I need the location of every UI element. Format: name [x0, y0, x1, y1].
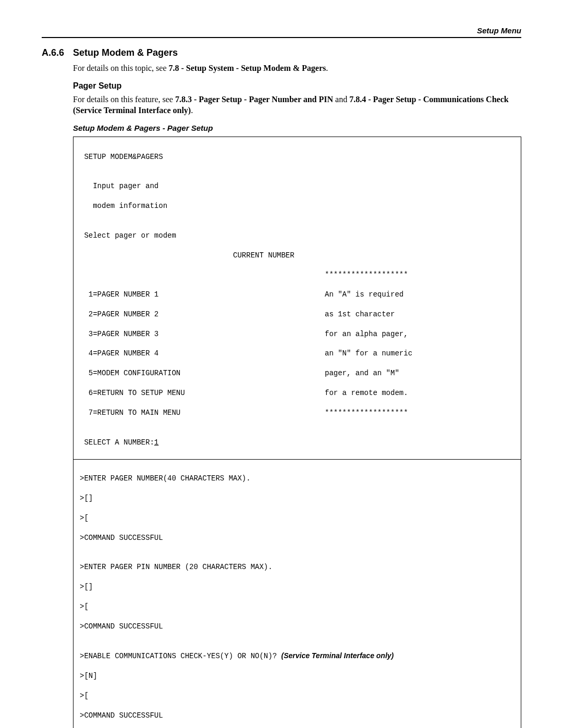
term-menu-row-5: 5=MODEM CONFIGURATIONpager, and an "M" — [80, 368, 515, 378]
term-menu-row-6: 6=RETURN TO SETUP MENUfor a remote modem… — [80, 388, 515, 398]
term-l7: >[ — [80, 602, 515, 612]
term-input2: modem information — [80, 201, 515, 211]
page: Setup Menu A.6.6 Setup Modem & Pagers Fo… — [0, 0, 563, 728]
term-current-number: CURRENT NUMBER — [80, 251, 515, 261]
term-l4: >COMMAND SUCCESSFUL — [80, 533, 515, 543]
term-note-1: An "A" is required — [325, 290, 515, 300]
term-menu-row-3: 3=PAGER NUMBER 3for an alpha pager, — [80, 329, 515, 339]
body: For details on this topic, see 7.8 - Set… — [73, 63, 521, 728]
term-select-prompt: SELECT A NUMBER: — [80, 438, 154, 447]
figure-caption: Setup Modem & Pagers - Pager Setup — [73, 124, 521, 132]
term-menu-4: 4=PAGER NUMBER 4 — [80, 349, 325, 359]
terminal-screen: SETUP MODEM&PAGERS Input pager and modem… — [73, 137, 521, 728]
header-rule — [42, 37, 521, 38]
term-l9-row: >ENABLE COMMUNICATIONS CHECK-YES(Y) OR N… — [80, 651, 515, 661]
term-l9a: >ENABLE COMMUNICATIONS CHECK-YES(Y) OR N… — [80, 652, 281, 660]
term-l10: >[N] — [80, 671, 515, 681]
term-l12: >COMMAND SUCCESSFUL — [80, 711, 515, 721]
term-menu-3: 3=PAGER NUMBER 3 — [80, 329, 325, 339]
term-menu-row-4: 4=PAGER NUMBER 4an "N" for a numeric — [80, 349, 515, 359]
term-select-prompt-row: SELECT A NUMBER:1 — [80, 438, 515, 448]
term-note-6: for a remote modem. — [325, 388, 515, 398]
term-note-3: for an alpha pager, — [325, 329, 515, 339]
term-input1: Input pager and — [80, 181, 515, 191]
term-menu-5: 5=MODEM CONFIGURATION — [80, 368, 325, 378]
section-para-1: For details on this topic, see 7.8 - Set… — [73, 63, 521, 74]
term-menu-row-1: 1=PAGER NUMBER 1An "A" is required — [80, 290, 515, 300]
subsection-para: For details on this feature, see 7.8.3 -… — [73, 94, 521, 116]
term-menu-6: 6=RETURN TO SETUP MENU — [80, 388, 325, 398]
para1-suffix: . — [326, 64, 328, 72]
sub-p-mid: and — [333, 95, 349, 104]
term-title: SETUP MODEM&PAGERS — [80, 152, 515, 162]
sub-p-ref1: 7.8.3 - Pager Setup - Pager Number and P… — [175, 95, 333, 104]
term-stars-top: ******************* — [325, 270, 515, 280]
running-header: Setup Menu — [42, 26, 521, 35]
term-select-line: Select pager or modem — [80, 231, 515, 241]
term-note-4: an "N" for a numeric — [325, 349, 515, 359]
term-l1: >ENTER PAGER NUMBER(40 CHARACTERS MAX). — [80, 474, 515, 484]
para1-ref: 7.8 - Setup System - Setup Modem & Pager… — [169, 64, 326, 72]
term-l2: >[] — [80, 493, 515, 503]
term-menu-2: 2=PAGER NUMBER 2 — [80, 310, 325, 319]
term-menu-1: 1=PAGER NUMBER 1 — [80, 290, 325, 300]
para1-prefix: For details on this topic, see — [73, 64, 169, 72]
section-heading-row: A.6.6 Setup Modem & Pagers — [42, 47, 521, 58]
term-menu-row-0: ******************* — [80, 270, 515, 280]
term-l5: >ENTER PAGER PIN NUMBER (20 CHARACTERS M… — [80, 562, 515, 572]
subsection-title: Pager Setup — [73, 81, 521, 91]
term-l8: >COMMAND SUCCESSFUL — [80, 622, 515, 632]
term-select-value: 1 — [154, 438, 158, 447]
term-l6: >[] — [80, 582, 515, 592]
term-divider — [74, 459, 521, 460]
term-l9b: (Service Terminal Interface only) — [281, 651, 394, 660]
term-menu-row-2: 2=PAGER NUMBER 2as 1st character — [80, 310, 515, 319]
sub-p-suffix: . — [191, 106, 193, 115]
term-menu-left-blank — [80, 270, 325, 280]
term-note-5: pager, and an "M" — [325, 368, 515, 378]
term-l11: >[ — [80, 691, 515, 701]
section-number: A.6.6 — [42, 47, 73, 58]
term-stars-bottom: ******************* — [325, 408, 515, 418]
term-menu-row-7: 7=RETURN TO MAIN MENU******************* — [80, 408, 515, 418]
section-title: Setup Modem & Pagers — [73, 47, 178, 58]
term-l3: >[ — [80, 513, 515, 523]
sub-p-prefix: For details on this feature, see — [73, 95, 175, 104]
term-menu-7: 7=RETURN TO MAIN MENU — [80, 408, 325, 418]
term-note-2: as 1st character — [325, 310, 515, 319]
